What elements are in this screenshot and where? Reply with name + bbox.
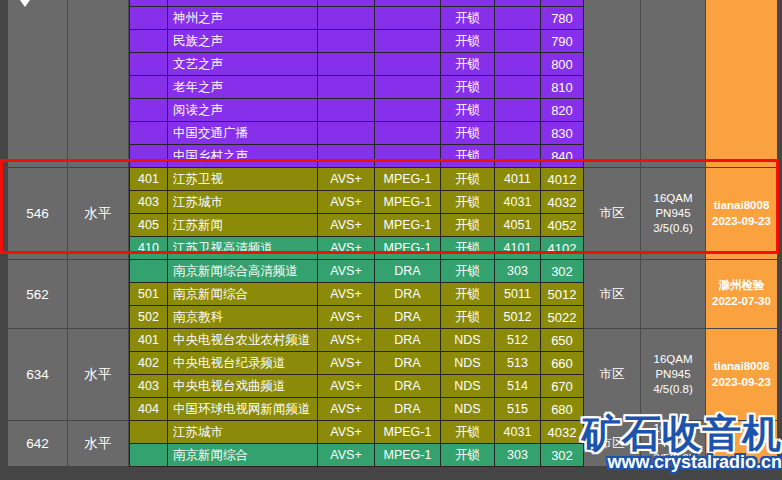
cell-status[interactable]: 开锁 bbox=[441, 306, 495, 329]
cell-pid2[interactable]: 5012 bbox=[541, 283, 584, 306]
cell-audio-codec[interactable]: DRA bbox=[375, 260, 441, 283]
cell-channel-number[interactable]: 405 bbox=[129, 214, 168, 237]
cell-status[interactable]: 开锁 bbox=[441, 53, 495, 76]
cell-modulation[interactable] bbox=[641, 260, 706, 329]
cell-channel-name[interactable]: 南京新闻综合高清频道 bbox=[168, 260, 318, 283]
cell-channel-number[interactable]: 410 bbox=[129, 237, 168, 260]
cell-audio-codec[interactable] bbox=[375, 99, 441, 122]
cell-video-codec[interactable]: AVS+ bbox=[318, 168, 375, 191]
cell-channel-name[interactable]: 江苏城市 bbox=[168, 191, 318, 214]
cell-video-codec[interactable] bbox=[318, 53, 375, 76]
cell-channel-name[interactable]: 中央电视台纪录频道 bbox=[168, 352, 318, 375]
cell-frequency[interactable]: 562 bbox=[8, 260, 68, 329]
cell-pid1[interactable]: 4011 bbox=[495, 168, 541, 191]
cell-video-codec[interactable] bbox=[318, 99, 375, 122]
cell-status[interactable]: 开锁 bbox=[441, 30, 495, 53]
cell-pid1[interactable] bbox=[495, 76, 541, 99]
cell-pid1[interactable]: 303 bbox=[495, 260, 541, 283]
cell-audio-codec[interactable]: MPEG-1 bbox=[375, 421, 441, 444]
cell-pid2[interactable]: 302 bbox=[541, 260, 584, 283]
cell-pid2[interactable]: 4032 bbox=[541, 191, 584, 214]
cell-polarization[interactable] bbox=[68, 0, 129, 168]
cell-channel-name[interactable]: 南京新闻综合 bbox=[168, 283, 318, 306]
cell-status[interactable]: 开锁 bbox=[441, 237, 495, 260]
cell-channel-number[interactable]: 403 bbox=[129, 375, 168, 398]
cell-pid1[interactable] bbox=[495, 0, 541, 7]
cell-channel-name[interactable]: 江苏卫视 bbox=[168, 168, 318, 191]
cell-pid2[interactable]: 810 bbox=[541, 76, 584, 99]
cell-video-codec[interactable]: AVS+ bbox=[318, 421, 375, 444]
cell-frequency[interactable]: 634 bbox=[8, 329, 68, 421]
cell-audio-codec[interactable]: MPEG-1 bbox=[375, 237, 441, 260]
cell-pid2[interactable]: 4012 bbox=[541, 168, 584, 191]
cell-audio-codec[interactable] bbox=[375, 76, 441, 99]
cell-pid1[interactable]: 4051 bbox=[495, 214, 541, 237]
cell-area[interactable]: 市区 bbox=[584, 421, 641, 467]
cell-channel-number[interactable] bbox=[129, 30, 168, 53]
cell-status[interactable]: 开锁 bbox=[441, 168, 495, 191]
cell-video-codec[interactable]: AVS+ bbox=[318, 398, 375, 421]
cell-pid2[interactable]: 302 bbox=[541, 444, 584, 467]
cell-polarization[interactable]: 水平 bbox=[68, 168, 129, 260]
cell-status[interactable]: NDS bbox=[441, 329, 495, 352]
cell-video-codec[interactable]: AVS+ bbox=[318, 352, 375, 375]
cell-area[interactable]: 市区 bbox=[584, 260, 641, 329]
cell-channel-number[interactable] bbox=[129, 0, 168, 7]
cell-channel-name[interactable]: 老年之声 bbox=[168, 76, 318, 99]
cell-status[interactable] bbox=[441, 0, 495, 7]
cell-source[interactable]: tianai8008 2023-09-23 bbox=[706, 329, 777, 421]
cell-audio-codec[interactable]: MPEG-1 bbox=[375, 214, 441, 237]
cell-polarization[interactable]: 水平 bbox=[68, 329, 129, 421]
cell-status[interactable]: NDS bbox=[441, 375, 495, 398]
cell-pid1[interactable] bbox=[495, 30, 541, 53]
cell-channel-name[interactable]: 江苏城市 bbox=[168, 421, 318, 444]
cell-channel-number[interactable] bbox=[129, 99, 168, 122]
cell-status[interactable]: 开锁 bbox=[441, 76, 495, 99]
cell-status[interactable]: 开锁 bbox=[441, 145, 495, 168]
cell-video-codec[interactable]: AVS+ bbox=[318, 306, 375, 329]
cell-channel-number[interactable] bbox=[129, 145, 168, 168]
cell-channel-number[interactable]: 401 bbox=[129, 168, 168, 191]
cell-pid1[interactable]: 514 bbox=[495, 375, 541, 398]
cell-pid1[interactable]: 4101 bbox=[495, 237, 541, 260]
cell-video-codec[interactable]: AVS+ bbox=[318, 329, 375, 352]
cell-pid1[interactable] bbox=[495, 99, 541, 122]
cell-modulation[interactable]: 16QAM PN945 4/5(0.8) bbox=[641, 329, 706, 421]
cell-channel-number[interactable] bbox=[129, 7, 168, 30]
cell-pid2[interactable]: 840 bbox=[541, 145, 584, 168]
cell-video-codec[interactable]: AVS+ bbox=[318, 375, 375, 398]
cell-video-codec[interactable]: AVS+ bbox=[318, 191, 375, 214]
cell-channel-number[interactable]: 403 bbox=[129, 191, 168, 214]
cell-audio-codec[interactable]: DRA bbox=[375, 352, 441, 375]
cell-frequency[interactable]: 546 bbox=[8, 168, 68, 260]
cell-channel-name[interactable]: 南京新闻综合 bbox=[168, 444, 318, 467]
cell-channel-number[interactable] bbox=[129, 260, 168, 283]
cell-channel-name[interactable]: 南京教科 bbox=[168, 306, 318, 329]
cell-channel-name[interactable]: 神州之声 bbox=[168, 7, 318, 30]
cell-pid1[interactable]: 515 bbox=[495, 398, 541, 421]
cell-audio-codec[interactable] bbox=[375, 145, 441, 168]
cell-video-codec[interactable]: AVS+ bbox=[318, 260, 375, 283]
cell-audio-codec[interactable]: MPEG-1 bbox=[375, 191, 441, 214]
cell-status[interactable]: 开锁 bbox=[441, 260, 495, 283]
cell-channel-name[interactable]: 阅读之声 bbox=[168, 99, 318, 122]
cell-status[interactable]: 开锁 bbox=[441, 421, 495, 444]
cell-audio-codec[interactable]: DRA bbox=[375, 306, 441, 329]
cell-channel-number[interactable] bbox=[129, 444, 168, 467]
cell-audio-codec[interactable]: DRA bbox=[375, 283, 441, 306]
cell-status[interactable]: 开锁 bbox=[441, 283, 495, 306]
cell-pid1[interactable] bbox=[495, 145, 541, 168]
cell-pid1[interactable]: 513 bbox=[495, 352, 541, 375]
cell-channel-number[interactable]: 401 bbox=[129, 329, 168, 352]
cell-audio-codec[interactable] bbox=[375, 122, 441, 145]
cell-area[interactable]: 市区 bbox=[584, 168, 641, 260]
cell-channel-number[interactable] bbox=[129, 76, 168, 99]
cell-status[interactable]: 开锁 bbox=[441, 191, 495, 214]
cell-pid2[interactable]: 780 bbox=[541, 7, 584, 30]
cell-channel-name[interactable]: 中国交通广播 bbox=[168, 122, 318, 145]
cell-channel-number[interactable]: 501 bbox=[129, 283, 168, 306]
cell-source[interactable] bbox=[706, 421, 777, 467]
cell-source[interactable]: tianai8008 2023-09-23 bbox=[706, 168, 777, 260]
cell-pid2[interactable]: 800 bbox=[541, 53, 584, 76]
cell-pid2[interactable]: 830 bbox=[541, 122, 584, 145]
